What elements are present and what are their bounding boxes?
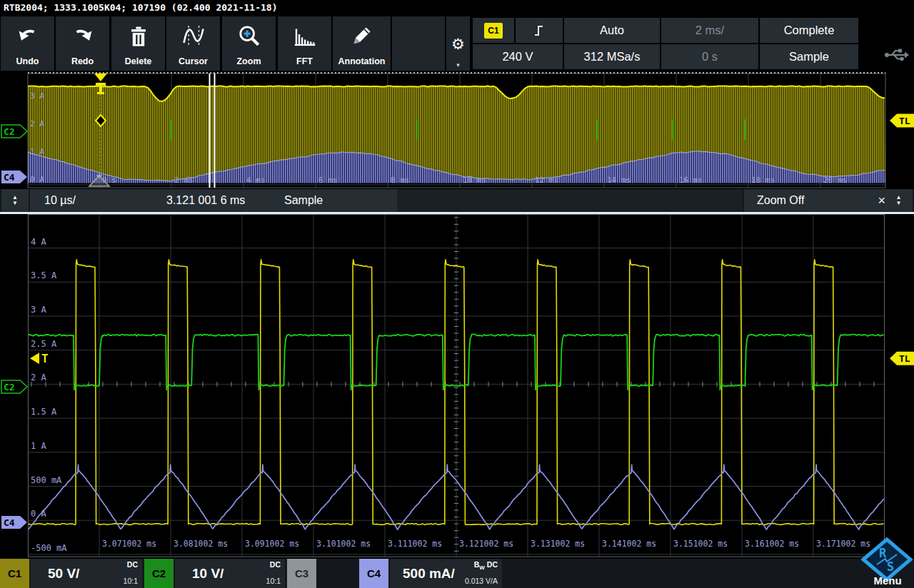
zoom-button[interactable]: Zoom bbox=[222, 16, 276, 71]
main-y-tick-label: 1.5 A bbox=[31, 407, 57, 417]
overview-x-tick-label: 14 ms bbox=[607, 176, 631, 185]
empty-toolbar-slot bbox=[392, 16, 445, 71]
overview-x-tick-label: 10 ms bbox=[463, 176, 486, 185]
main-x-tick-label: 3.091002 ms bbox=[245, 539, 299, 549]
svg-text:T: T bbox=[41, 352, 49, 365]
overview-x-tick-label: 12 ms bbox=[535, 176, 558, 185]
c1-scale: 50 V/ bbox=[48, 559, 79, 588]
zoom-bar-filler bbox=[397, 189, 743, 212]
main-y-tick-label: 3 A bbox=[31, 305, 46, 315]
c2-position-marker[interactable]: C2 bbox=[1, 380, 27, 393]
gear-icon: ⚙ bbox=[446, 35, 470, 54]
acquisition-overview-plot[interactable]: 3 A2 A1 A0 A0 s2 ms4 ms6 ms8 ms10 ms12 m… bbox=[0, 71, 914, 189]
svg-text:C4: C4 bbox=[4, 517, 15, 528]
menu-button[interactable]: Menu bbox=[866, 574, 909, 587]
redo-button[interactable]: Redo bbox=[56, 16, 109, 71]
c2-position-marker[interactable]: C2 bbox=[1, 125, 27, 138]
horizontal-position-cell[interactable]: 0 s bbox=[661, 44, 758, 69]
c4-position-marker[interactable]: C4 bbox=[1, 171, 27, 183]
main-x-tick-label: 3.141002 ms bbox=[602, 539, 656, 549]
main-y-tick-label: -500 mA bbox=[31, 543, 67, 553]
zoom-scale-cell[interactable]: 10 µs/ bbox=[30, 189, 171, 212]
channel-c4-tab[interactable]: C4 bbox=[359, 559, 388, 588]
trigger-source-badge: C1 bbox=[484, 23, 503, 39]
main-y-tick-label: 3.5 A bbox=[31, 270, 57, 280]
redo-icon bbox=[56, 24, 109, 52]
overview-x-tick-label: 20 ms bbox=[823, 176, 847, 185]
svg-text:C4: C4 bbox=[4, 172, 15, 183]
c1-coupling: DC bbox=[127, 561, 138, 569]
zoom-off-button[interactable]: Zoom Off × bbox=[744, 189, 895, 212]
pencil-icon bbox=[333, 24, 391, 52]
magnifier-icon bbox=[222, 24, 276, 52]
trash-icon bbox=[111, 24, 165, 52]
c2-scale: 10 V/ bbox=[192, 559, 224, 588]
usb-icon bbox=[884, 46, 910, 64]
channel-c1-settings[interactable]: 50 V/ DC 10:1 bbox=[31, 559, 142, 588]
overview-y-tick-label: 3 A bbox=[30, 91, 44, 101]
svg-text:C2: C2 bbox=[4, 126, 15, 137]
main-y-tick-label: 500 mA bbox=[31, 475, 62, 485]
down-arrow-icon: ▼ bbox=[12, 201, 18, 206]
svg-text:TL: TL bbox=[899, 353, 910, 364]
c4-probe: 0.013 V/A bbox=[465, 577, 498, 585]
timebase-cell[interactable]: 2 ms/ bbox=[661, 18, 758, 43]
main-x-tick-label: 3.121002 ms bbox=[459, 539, 513, 549]
channel-c3-tab[interactable]: C3 bbox=[287, 559, 316, 588]
fft-button[interactable]: FFT bbox=[278, 16, 331, 71]
main-y-tick-label: 2.5 A bbox=[31, 339, 57, 349]
spectrum-icon bbox=[278, 24, 331, 52]
cursor-button[interactable]: Cursor bbox=[166, 16, 220, 71]
channel-c2-tab[interactable]: C2 bbox=[144, 559, 174, 588]
c4-coupling: BW DC bbox=[474, 561, 498, 572]
acquisition-mode-cell[interactable]: Sample bbox=[760, 44, 858, 69]
overview-x-tick-label: 2 ms bbox=[174, 176, 194, 185]
trigger-level-badge[interactable]: TL bbox=[890, 352, 914, 365]
trigger-slope-cell[interactable] bbox=[516, 18, 563, 43]
rising-edge-icon bbox=[532, 24, 546, 38]
oscilloscope-screen: RTB2004; 1333.1005K04; 107190 (02.400 20… bbox=[0, 0, 914, 588]
svg-text:TL: TL bbox=[899, 116, 910, 126]
delete-button[interactable]: Delete bbox=[111, 16, 165, 71]
trigger-level-badge[interactable]: TL bbox=[890, 114, 914, 128]
channel-c4-settings[interactable]: 500 mA/ BW DC 0.013 V/A bbox=[390, 559, 502, 588]
main-y-tick-label: 4 A bbox=[31, 237, 46, 247]
channel-c2-settings[interactable]: 10 V/ DC 10:1 bbox=[175, 559, 285, 588]
undo-icon bbox=[1, 24, 54, 52]
overview-x-tick-label: 4 ms bbox=[246, 176, 266, 185]
sample-rate-cell[interactable]: 312 MSa/s bbox=[564, 44, 660, 69]
trigger-level-marker[interactable]: T bbox=[30, 352, 49, 365]
overview-x-tick-label: 16 ms bbox=[679, 176, 703, 185]
overview-x-tick-label: 8 ms bbox=[391, 176, 410, 185]
undo-button[interactable]: Undo bbox=[1, 16, 54, 71]
zoom-toolbar: ▲▼ 10 µs/ 3.121 001 6 ms Sample Zoom Off… bbox=[0, 189, 914, 212]
overview-y-tick-label: 0 A bbox=[30, 175, 44, 184]
cursor-waveform-icon bbox=[166, 24, 220, 52]
zoom-waveforms: 4 A3.5 A3 A2.5 A2 A1.5 A1 A500 mA0 A-500… bbox=[0, 214, 914, 559]
zoom-position-stepper[interactable]: ▲▼ bbox=[885, 189, 913, 212]
main-y-tick-label: 0 A bbox=[31, 509, 46, 519]
overview-y-tick-label: 2 A bbox=[30, 119, 44, 128]
trigger-source-cell[interactable]: C1 bbox=[473, 18, 514, 43]
zoom-position-cell[interactable]: 3.121 001 6 ms bbox=[158, 189, 283, 212]
trigger-mode-cell[interactable]: Auto bbox=[564, 18, 660, 43]
settings-button[interactable]: ⚙ ▾ bbox=[446, 16, 470, 71]
title-bar: RTB2004; 1333.1005K04; 107190 (02.400 20… bbox=[0, 0, 914, 16]
zoom-window-plot[interactable]: 4 A3.5 A3 A2.5 A2 A1.5 A1 A500 mA0 A-500… bbox=[0, 214, 914, 559]
down-arrow-icon: ▼ bbox=[896, 201, 902, 206]
main-y-tick-label: 2 A bbox=[31, 372, 46, 382]
trigger-level-cell[interactable]: 240 V bbox=[473, 44, 563, 69]
main-x-tick-label: 3.131002 ms bbox=[531, 539, 585, 549]
c4-scale: 500 mA/ bbox=[403, 559, 455, 588]
channel-c1-tab[interactable]: C1 bbox=[0, 559, 29, 588]
zoom-mode-cell[interactable]: Sample bbox=[276, 189, 404, 212]
main-x-tick-label: 3.101002 ms bbox=[316, 539, 371, 549]
main-x-tick-label: 3.161002 ms bbox=[745, 539, 799, 549]
c4-position-marker[interactable]: C4 bbox=[1, 516, 27, 529]
main-x-tick-label: 3.071002 ms bbox=[102, 539, 156, 549]
annotation-button[interactable]: Annotation bbox=[333, 16, 391, 71]
zoom-scale-stepper[interactable]: ▲▼ bbox=[1, 189, 29, 212]
c1-probe: 10:1 bbox=[124, 577, 138, 585]
acquisition-status-cell[interactable]: Complete bbox=[760, 18, 858, 43]
device-id-text: RTB2004; 1333.1005K04; 107190 (02.400 20… bbox=[4, 2, 278, 13]
